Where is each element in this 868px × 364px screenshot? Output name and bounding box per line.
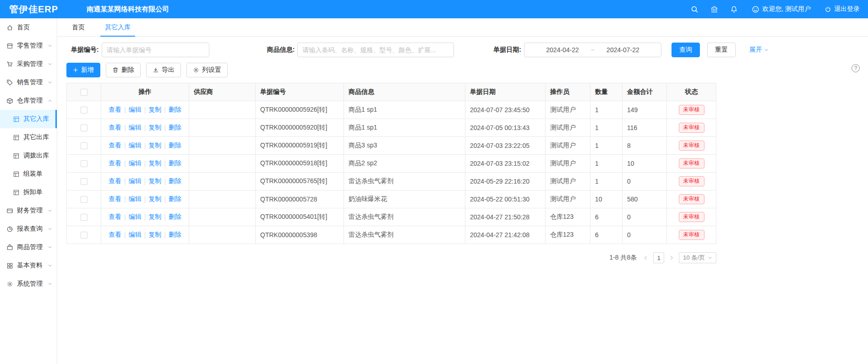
- select-all-checkbox[interactable]: [81, 89, 87, 96]
- row-checkbox[interactable]: [81, 214, 87, 221]
- sidebar-item-system[interactable]: 系统管理: [0, 275, 57, 293]
- copy-link[interactable]: 复制: [148, 159, 161, 168]
- edit-link[interactable]: 编辑: [129, 159, 142, 168]
- sidebar-item-basic-data[interactable]: 基本资料: [0, 256, 57, 275]
- copy-link[interactable]: 复制: [148, 195, 161, 203]
- copy-link[interactable]: 复制: [148, 213, 161, 221]
- row-checkbox[interactable]: [81, 107, 87, 114]
- edit-link[interactable]: 编辑: [129, 195, 142, 203]
- view-link[interactable]: 查看: [109, 159, 121, 168]
- row-delete-link[interactable]: 删除: [169, 106, 181, 114]
- logout-button[interactable]: 退出登录: [824, 5, 860, 13]
- next-page-button[interactable]: [669, 255, 674, 261]
- separator: |: [124, 160, 126, 167]
- view-link[interactable]: 查看: [109, 231, 121, 239]
- copy-link[interactable]: 复制: [148, 231, 161, 239]
- row-delete-link[interactable]: 删除: [169, 195, 181, 203]
- row-delete-link[interactable]: 删除: [169, 141, 181, 150]
- table-header-row: 操作 供应商 单据编号 商品信息 单据日期 操作员 数量 金额合计 状态: [67, 83, 716, 101]
- sidebar-item-reports[interactable]: 报表查询: [0, 220, 57, 238]
- doc-no-cell: QTRK00000005926[转]: [256, 101, 344, 119]
- sidebar-item-sales[interactable]: 销售管理: [0, 73, 57, 92]
- bell-icon[interactable]: [730, 5, 738, 13]
- sidebar-item-disassembly[interactable]: 拆卸单: [0, 183, 57, 201]
- page-size-select[interactable]: 10 条/页: [679, 252, 716, 263]
- sidebar-item-other-inbound[interactable]: 其它入库: [0, 110, 57, 128]
- help-button[interactable]: ?: [852, 64, 860, 72]
- copy-link[interactable]: 复制: [148, 124, 161, 132]
- status-badge: 未审核: [679, 230, 704, 240]
- delete-button[interactable]: 删除: [106, 63, 141, 77]
- sidebar-item-purchase[interactable]: 采购管理: [0, 55, 57, 73]
- search-icon[interactable]: [691, 5, 699, 13]
- expand-filters-link[interactable]: 展开: [749, 46, 769, 54]
- pagination-total: 1-8 共8条: [609, 254, 637, 262]
- view-link[interactable]: 查看: [109, 195, 121, 203]
- row-checkbox[interactable]: [81, 142, 87, 149]
- reset-button[interactable]: 重置: [707, 43, 736, 57]
- edit-link[interactable]: 编辑: [129, 177, 142, 185]
- row-delete-link[interactable]: 删除: [169, 159, 181, 168]
- edit-link[interactable]: 编辑: [129, 213, 142, 221]
- user-welcome[interactable]: 欢迎您, 测试用户: [752, 5, 811, 13]
- amount-cell: 0: [622, 173, 667, 190]
- view-link[interactable]: 查看: [109, 141, 121, 150]
- row-checkbox[interactable]: [81, 160, 87, 167]
- sidebar-item-goods[interactable]: 商品管理: [0, 238, 57, 256]
- export-button[interactable]: 导出: [146, 63, 181, 77]
- row-delete-link[interactable]: 删除: [169, 213, 181, 221]
- row-delete-link[interactable]: 删除: [169, 177, 181, 185]
- row-delete-link[interactable]: 删除: [169, 124, 181, 132]
- page-number-button[interactable]: 1: [653, 252, 664, 263]
- row-delete-link[interactable]: 删除: [169, 231, 181, 239]
- copy-link[interactable]: 复制: [148, 106, 161, 114]
- sidebar-item-label: 拆卸单: [23, 188, 43, 196]
- header-amount: 金额合计: [622, 83, 667, 101]
- tabbar: 首页 其它入库: [57, 18, 868, 37]
- edit-link[interactable]: 编辑: [129, 124, 142, 132]
- date-separator: ~: [591, 46, 595, 54]
- separator: |: [144, 142, 146, 149]
- view-link[interactable]: 查看: [109, 177, 121, 185]
- operator-cell: 测试用户: [546, 119, 590, 136]
- view-link[interactable]: 查看: [109, 124, 121, 132]
- logout-text: 退出登录: [834, 5, 860, 13]
- doc-no-input[interactable]: [102, 43, 209, 57]
- sidebar-item-home[interactable]: 首页: [0, 18, 57, 37]
- view-link[interactable]: 查看: [109, 106, 121, 114]
- sidebar-item-other-outbound[interactable]: 其它出库: [0, 128, 57, 147]
- sidebar-item-warehouse[interactable]: 仓库管理: [0, 92, 57, 110]
- tab-other-inbound[interactable]: 其它入库: [100, 18, 135, 37]
- row-checkbox[interactable]: [81, 232, 87, 239]
- tab-home[interactable]: 首页: [67, 18, 89, 37]
- column-settings-button[interactable]: 列设置: [186, 63, 228, 77]
- product-cell: 商品2 sp2: [344, 155, 465, 172]
- product-cell: 雷达杀虫气雾剂: [344, 173, 465, 190]
- copy-link[interactable]: 复制: [148, 177, 161, 185]
- view-link[interactable]: 查看: [109, 213, 121, 221]
- row-checkbox[interactable]: [81, 196, 87, 203]
- chevron-down-icon: [48, 208, 52, 213]
- add-button[interactable]: 新增: [66, 63, 100, 77]
- row-checkbox[interactable]: [81, 125, 87, 131]
- row-checkbox[interactable]: [81, 178, 87, 185]
- bank-icon[interactable]: [710, 5, 718, 13]
- sidebar-item-assembly[interactable]: 组装单: [0, 165, 57, 183]
- sidebar-item-finance[interactable]: 财务管理: [0, 201, 57, 220]
- prev-page-button[interactable]: [643, 255, 649, 261]
- edit-link[interactable]: 编辑: [129, 141, 142, 150]
- date-cell: 2024-07-05 00:13:43: [465, 119, 546, 136]
- search-button[interactable]: 查询: [671, 43, 700, 57]
- separator: |: [164, 124, 166, 131]
- date-range-picker[interactable]: 2024-04-22 ~ 2024-07-22: [524, 43, 661, 57]
- sidebar-item-transfer-outbound[interactable]: 调拨出库: [0, 147, 57, 165]
- product-input[interactable]: [297, 43, 454, 57]
- separator: |: [144, 231, 146, 239]
- edit-link[interactable]: 编辑: [129, 106, 142, 114]
- document-icon: [13, 189, 20, 196]
- sidebar-item-retail[interactable]: 零售管理: [0, 37, 57, 55]
- expand-label: 展开: [749, 46, 762, 54]
- trash-icon: [112, 67, 119, 73]
- copy-link[interactable]: 复制: [148, 141, 161, 150]
- edit-link[interactable]: 编辑: [129, 231, 142, 239]
